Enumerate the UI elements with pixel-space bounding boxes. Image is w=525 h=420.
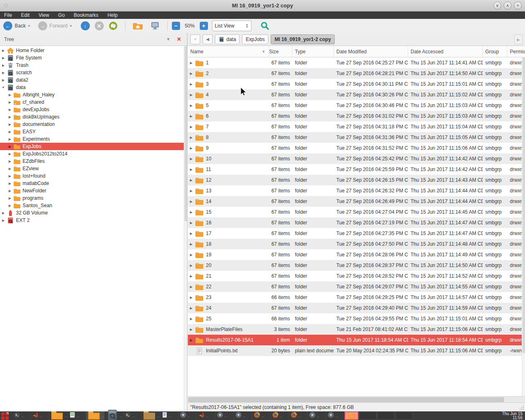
path-button-data[interactable]: data [215, 34, 240, 44]
sidebar-item-file-system[interactable]: ▶File System [0, 54, 187, 62]
edit-location-button[interactable] [190, 34, 200, 44]
file-row-7[interactable]: ▶767 itemsfolderTue 27 Sep 2016 04:31:18… [188, 121, 525, 132]
file-row-15[interactable]: ▶1567 itemsfolderTue 27 Sep 2016 04:27:0… [188, 207, 525, 217]
sidebar-item-ezdbfiles[interactable]: ▶EZdbFiles [0, 158, 187, 165]
expand-icon[interactable]: ▶ [1, 49, 6, 52]
file-row-16[interactable]: ▶1667 itemsfolderTue 27 Sep 2016 04:27:1… [188, 217, 525, 228]
side-pane-dropdown-icon[interactable]: ▼ [166, 37, 170, 41]
taskbar-window-matlab-10[interactable]: .. [197, 411, 215, 420]
taskbar-window-terminal-0[interactable]: .. [12, 411, 31, 420]
taskbar-window-firefox-13[interactable]: .. [252, 411, 271, 420]
resize-grip[interactable] [519, 405, 524, 410]
file-row-8[interactable]: ▶867 itemsfolderTue 27 Sep 2016 04:31:36… [188, 132, 525, 143]
file-row-4[interactable]: ▶467 itemsfolderTue 27 Sep 2016 04:30:26… [188, 89, 525, 100]
window-menu-icon[interactable] [4, 4, 8, 7]
sidebar-item-data2[interactable]: ▶data2 [0, 76, 187, 84]
expand-icon[interactable]: ▶ [188, 274, 194, 278]
taskbar-window-terminal-6[interactable]: .. [123, 411, 142, 420]
path-scroll-left-button[interactable]: ◀ [203, 34, 212, 44]
forward-history-dropdown[interactable]: ▼ [69, 24, 73, 28]
expand-icon[interactable]: ▶ [188, 210, 194, 214]
taskbar-window-folder-2[interactable]: .. [49, 411, 68, 420]
sidebar-item-ext-2[interactable]: ▶EXT 2 [0, 217, 187, 224]
expand-icon[interactable]: ▶ [188, 136, 194, 139]
file-row-23[interactable]: ▶2366 itemsfolderTue 27 Sep 2016 04:29:2… [188, 292, 525, 303]
title-bar[interactable]: MI 16_0919_yor1-2 copy ∨ ∧ × [0, 0, 525, 11]
expand-icon[interactable]: ▶ [188, 178, 194, 182]
up-button[interactable]: ↑ [81, 21, 90, 30]
taskbar-window-firefox-14[interactable]: .. [271, 411, 289, 420]
expand-icon[interactable]: ▶ [188, 296, 194, 299]
expand-icon[interactable]: ▶ [188, 285, 194, 289]
taskbar-window-drive-5[interactable]: .. [105, 411, 123, 420]
side-pane-close-icon[interactable]: ✕ [177, 36, 181, 42]
sidebar-item-data[interactable]: ▼data [0, 84, 187, 91]
sidebar-item-scratch[interactable]: ▶scratch [0, 69, 187, 76]
expand-icon[interactable]: ▶ [7, 108, 12, 112]
menu-go[interactable]: Go [58, 12, 65, 18]
file-row-5[interactable]: ▶567 itemsfolderTue 27 Sep 2016 04:30:46… [188, 100, 525, 111]
menu-help[interactable]: Help [107, 12, 118, 18]
file-row-13[interactable]: ▶1367 itemsfolderTue 27 Sep 2016 04:26:3… [188, 185, 525, 196]
expand-icon[interactable]: ▶ [1, 71, 6, 75]
expand-icon[interactable]: ▶ [188, 242, 194, 246]
menu-view[interactable]: View [39, 12, 49, 18]
close-button[interactable]: × [514, 2, 522, 9]
file-row-results2017-06-15a1[interactable]: ▶Results2017-06-15A11 itemfolderThu 15 J… [188, 335, 525, 345]
list-horizontal-scrollbar[interactable] [188, 396, 525, 402]
maximize-button[interactable]: ∧ [504, 2, 511, 9]
menu-file[interactable]: File [4, 12, 12, 18]
file-row-2[interactable]: ▶267 itemsfolderTue 27 Sep 2016 04:28:21… [188, 68, 525, 79]
file-row-3[interactable]: ▶367 itemsfolderTue 27 Sep 2016 04:30:11… [188, 79, 525, 89]
collapse-icon[interactable]: ▼ [1, 86, 6, 89]
stop-button[interactable]: ✕ [95, 21, 104, 30]
sidebar-item-cf-shared[interactable]: ▶cf_shared [0, 98, 187, 106]
sidebar-item-home-folder[interactable]: ▶Home Folder [0, 47, 187, 54]
taskbar-active-window[interactable] [345, 411, 358, 420]
sidebar-item-albright-haley[interactable]: ▶Albright_Haley [0, 91, 187, 98]
taskbar-window-app-11[interactable]: .. [215, 411, 234, 420]
expand-icon[interactable]: ▶ [7, 160, 12, 163]
forward-button[interactable]: → Forward ▼ [38, 21, 77, 30]
expand-icon[interactable]: ▶ [7, 174, 12, 178]
expand-icon[interactable]: ▶ [1, 64, 6, 67]
expand-icon[interactable]: ▶ [1, 211, 6, 215]
view-mode-spinner[interactable]: ▲▼ [246, 23, 249, 28]
file-row-18[interactable]: ▶1867 itemsfolderTue 27 Sep 2016 04:27:5… [188, 239, 525, 249]
path-scroll-right-button[interactable]: ▶ [514, 34, 523, 44]
taskbar-clock[interactable]: Thu Jun 1511:56 [502, 412, 523, 420]
sidebar-item-documentation[interactable]: ▶documentation [0, 121, 187, 128]
sidebar-item-diskbkupimages[interactable]: ▶diskBkUpImages [0, 113, 187, 121]
expand-icon[interactable]: ▶ [188, 200, 194, 203]
sidebar-item-32-gb-volume[interactable]: ▶32 GB Volume [0, 209, 187, 217]
sidebar-item-santos-sean[interactable]: ▶Santos_Sean [0, 202, 187, 209]
expand-icon[interactable]: ▶ [7, 167, 12, 171]
file-row-19[interactable]: ▶1967 itemsfolderTue 27 Sep 2016 04:28:0… [188, 249, 525, 260]
path-button-expjobs[interactable]: ExpJobs [242, 34, 268, 44]
file-row-6[interactable]: ▶667 itemsfolderTue 27 Sep 2016 04:31:02… [188, 111, 525, 121]
menu-edit[interactable]: Edit [21, 12, 30, 18]
file-row-masterplatefiles[interactable]: ▶MasterPlateFiles3 itemsfolderTue 21 Feb… [188, 324, 525, 335]
taskbar-window-app-12[interactable]: .. [234, 411, 252, 420]
expand-icon[interactable]: ▶ [188, 104, 194, 107]
sidebar-item-devexpjobs[interactable]: ▶devExpJobs [0, 106, 187, 113]
column-header-name[interactable]: Name▼ [188, 46, 269, 57]
column-header-date-accessed[interactable]: Date Accessed [408, 46, 483, 57]
zoom-out-icon[interactable]: − [172, 22, 180, 30]
expand-icon[interactable]: ▶ [7, 115, 12, 119]
file-row-24[interactable]: ▶2467 itemsfolderTue 27 Sep 2016 04:29:4… [188, 303, 525, 313]
taskbar-window-matlab-1[interactable]: .. [31, 411, 49, 420]
sidebar-item-experiments[interactable]: ▶Experiments [0, 135, 187, 143]
file-row-25[interactable]: ▶2566 itemsfolderTue 27 Sep 2016 04:29:5… [188, 313, 525, 324]
file-row-11[interactable]: ▶1167 itemsfolderTue 27 Sep 2016 04:25:5… [188, 164, 525, 175]
view-mode-select[interactable]: List View ▲▼ [212, 21, 251, 31]
taskbar-window-app-17[interactable]: .. [326, 411, 345, 420]
sidebar-scrollbar[interactable] [184, 46, 187, 411]
expand-icon[interactable]: ▶ [188, 221, 194, 225]
sidebar-item-expjobs2012to2014[interactable]: ▶ExpJobs2012to2014 [0, 150, 187, 158]
taskbar-window-doc-8[interactable]: .. [160, 411, 178, 420]
expand-icon[interactable]: ▶ [188, 168, 194, 171]
expand-icon[interactable]: ▶ [7, 130, 12, 134]
expand-icon[interactable]: ▶ [188, 82, 194, 86]
expand-icon[interactable]: ▶ [188, 328, 194, 331]
